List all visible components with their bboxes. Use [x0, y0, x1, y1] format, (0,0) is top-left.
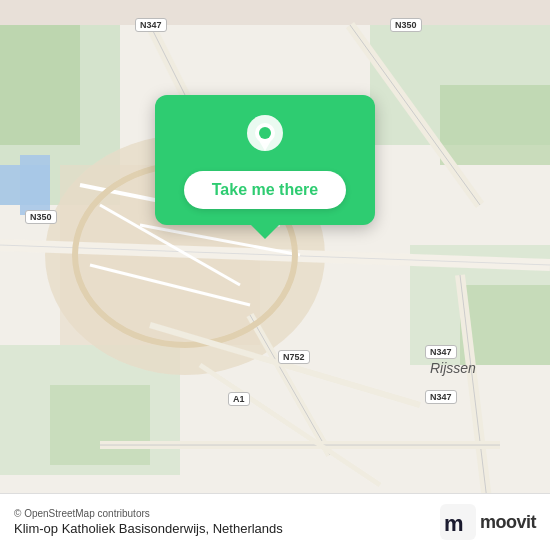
popup-card: Take me there [155, 95, 375, 225]
svg-rect-2 [0, 25, 80, 145]
take-me-there-button[interactable]: Take me there [184, 171, 346, 209]
road-label-n347-top-left: N347 [135, 18, 167, 32]
svg-rect-4 [0, 165, 50, 205]
bottom-bar: © OpenStreetMap contributors Klim-op Kat… [0, 493, 550, 550]
city-label-rijssen: Rijssen [430, 360, 476, 376]
location-name: Klim-op Katholiek Basisonderwijs, Nether… [14, 521, 283, 536]
map-container: N347 N350 N350 N347 N752 A1 N347 Rijssen… [0, 0, 550, 550]
moovit-logo: m moovit [440, 504, 536, 540]
bottom-left: © OpenStreetMap contributors Klim-op Kat… [14, 508, 283, 536]
svg-rect-6 [440, 85, 550, 165]
road-label-n347-mid: N347 [425, 345, 457, 359]
svg-rect-10 [50, 385, 150, 465]
svg-point-34 [259, 127, 271, 139]
svg-text:m: m [444, 511, 464, 536]
road-label-n347-bottom: N347 [425, 390, 457, 404]
map-pin-icon [241, 113, 289, 161]
moovit-wordmark: moovit [480, 512, 536, 533]
map-background [0, 0, 550, 550]
road-label-n347-top-right: N350 [390, 18, 422, 32]
attribution: © OpenStreetMap contributors [14, 508, 283, 519]
road-label-n350-left: N350 [25, 210, 57, 224]
moovit-m-icon: m [440, 504, 476, 540]
road-label-a1: A1 [228, 392, 250, 406]
road-label-n752: N752 [278, 350, 310, 364]
